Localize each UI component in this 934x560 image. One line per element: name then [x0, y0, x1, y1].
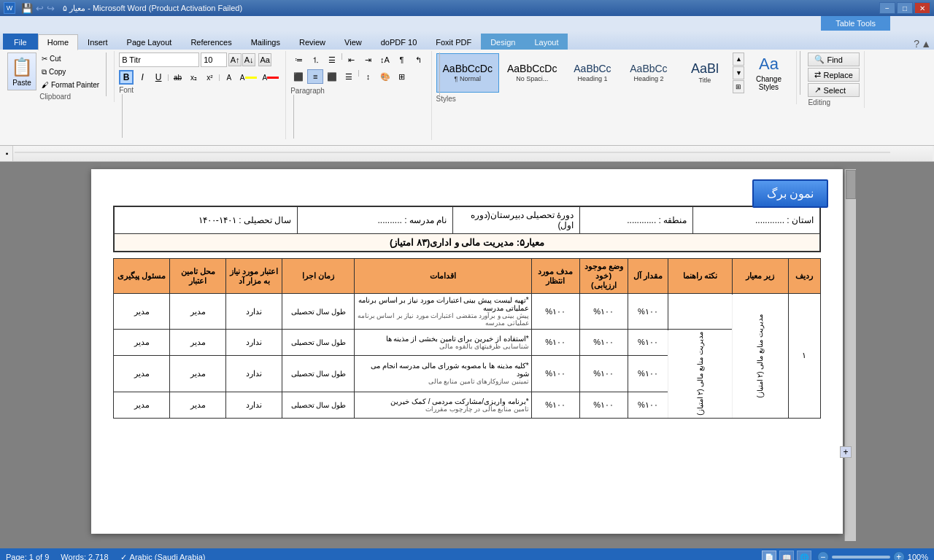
ribbon-help[interactable]: ? — [914, 38, 919, 50]
tab-foxit[interactable]: Foxit PDF — [426, 34, 481, 50]
format-painter-button[interactable]: 🖌 Format Painter — [38, 79, 103, 91]
ribbon-collapse[interactable]: ▲ — [921, 38, 931, 50]
style-heading1[interactable]: AaBbCc Heading 1 — [565, 53, 620, 93]
cell-authority-2: ندارد — [226, 330, 282, 356]
header-table: استان : ............ منطقه : ...........… — [113, 206, 821, 252]
col-row-num: ردیف — [788, 259, 820, 294]
change-styles-button[interactable]: Aa Change Styles — [745, 53, 792, 93]
subscript-button[interactable]: x₂ — [186, 70, 201, 85]
strikethrough-button[interactable]: ab — [170, 70, 185, 85]
col-expected-goal: مدف مورد انتظار — [531, 259, 579, 294]
style-normal[interactable]: AaBbCcDc ¶ Normal — [436, 53, 499, 93]
highlight-button[interactable]: A — [238, 70, 259, 85]
font-name-input[interactable] — [119, 52, 199, 67]
line-spacing-button[interactable]: ↕ — [360, 69, 377, 84]
ruler-scale — [13, 146, 933, 161]
justify-button[interactable]: ☰ — [341, 69, 357, 84]
tab-references[interactable]: References — [181, 34, 241, 50]
font-top-row: A↑ A↓ Aа — [119, 52, 281, 67]
font-label: Font — [119, 85, 134, 94]
font-shrink-button[interactable]: A↓ — [242, 53, 255, 66]
header-school-name: نام مدرسه : .......... — [298, 206, 453, 234]
paste-button[interactable]: 📋 Paste — [7, 52, 36, 90]
quick-redo[interactable]: ↪ — [47, 3, 55, 14]
increase-indent-button[interactable]: ⇥ — [360, 52, 377, 67]
document-scroll[interactable]: نمون برگ استان : ............ منطقه : ..… — [0, 162, 934, 548]
minimize-button[interactable]: − — [879, 2, 895, 14]
scrollbar-thumb[interactable] — [846, 170, 856, 199]
styles-expand[interactable]: ⊞ — [733, 80, 744, 93]
document-area: نمون برگ استان : ............ منطقه : ..… — [0, 162, 934, 548]
multilevel-button[interactable]: ☰ — [324, 52, 340, 67]
cell-expected-2: %۱۰۰ — [531, 330, 579, 356]
align-center-button[interactable]: ≡ — [307, 69, 323, 84]
zoom-slider[interactable] — [832, 556, 890, 559]
web-layout-button[interactable]: 🌐 — [797, 551, 811, 560]
status-right: 📄 📖 🌐 − + 100% — [762, 551, 928, 560]
tab-page-layout[interactable]: Page Layout — [117, 34, 182, 50]
tab-design[interactable]: Design — [481, 34, 525, 50]
quick-save[interactable]: 💾 — [21, 3, 33, 14]
print-view-button[interactable]: 📄 — [762, 551, 776, 560]
paintbrush-icon: 🖌 — [42, 81, 49, 89]
rtl-button[interactable]: ↰ — [411, 52, 427, 67]
bullets-button[interactable]: ≔ — [290, 52, 306, 67]
tab-view[interactable]: View — [335, 34, 371, 50]
font-color-button[interactable]: A — [260, 70, 282, 85]
close-button[interactable]: ✕ — [914, 2, 930, 14]
cut-button[interactable]: ✂ Cut — [38, 52, 103, 65]
style-heading2[interactable]: AaBbCc Heading 2 — [621, 53, 676, 93]
col-current-status: وضع موجود (خود ارزیابی) — [579, 259, 628, 294]
table-add-button[interactable]: + — [840, 446, 852, 458]
numbering-button[interactable]: ⒈ — [307, 52, 323, 67]
styles-scroll-up[interactable]: ▲ — [733, 52, 744, 66]
styles-scroll-down[interactable]: ▼ — [733, 66, 744, 79]
align-left-button[interactable]: ⬛ — [290, 69, 306, 84]
show-hide-button[interactable]: ¶ — [394, 52, 410, 67]
font-group: A↑ A↓ Aа B I U | ab x₂ x² | A A A — [115, 51, 286, 139]
ruler: ▪ — [0, 146, 934, 162]
font-grow-button[interactable]: A↑ — [228, 53, 242, 66]
bold-button[interactable]: B — [119, 70, 134, 85]
sort-button[interactable]: ↕A — [377, 52, 393, 67]
tab-file[interactable]: File — [3, 34, 38, 50]
borders-button[interactable]: ⊞ — [394, 69, 410, 84]
shading-button[interactable]: 🎨 — [377, 69, 393, 84]
language-indicator[interactable]: ✓ Arabic (Saudi Arabia) — [120, 553, 206, 561]
copy-button[interactable]: ⧉ Copy — [38, 66, 103, 78]
find-button[interactable]: 🔍 Find — [808, 52, 859, 66]
tab-mailings[interactable]: Mailings — [242, 34, 290, 50]
tab-layout[interactable]: Layout — [525, 34, 568, 50]
underline-button[interactable]: U — [151, 70, 166, 85]
zoom-in-button[interactable]: + — [893, 551, 905, 560]
style-no-spacing[interactable]: AaBbCcDc No Spaci... — [501, 53, 563, 93]
style-heading2-label: Heading 2 — [633, 75, 663, 82]
font-size-buttons: A↑ A↓ — [228, 53, 255, 66]
align-right-button[interactable]: ⬛ — [324, 69, 340, 84]
tab-review[interactable]: Review — [290, 34, 335, 50]
tab-home[interactable]: Home — [38, 34, 78, 50]
col-sub-criterion: زیر معیار — [732, 259, 788, 294]
style-heading1-sample: AaBbCc — [574, 63, 611, 74]
namun-button[interactable]: نمون برگ — [752, 179, 828, 208]
text-effects-button[interactable]: A — [222, 70, 236, 85]
maximize-button[interactable]: □ — [897, 2, 913, 14]
select-button[interactable]: ↗ Select — [808, 83, 859, 97]
zoom-out-button[interactable]: − — [817, 551, 829, 560]
replace-button[interactable]: ⇄ Replace — [808, 68, 859, 82]
cell-responsible-3: مدیر — [114, 355, 170, 392]
full-reading-button[interactable]: 📖 — [779, 551, 794, 560]
superscript-button[interactable]: x² — [202, 70, 217, 85]
font-size-input[interactable] — [201, 52, 227, 67]
decrease-indent-button[interactable]: ⇤ — [344, 52, 360, 67]
styles-group: AaBbCcDc ¶ Normal AaBbCcDc No Spaci... A… — [432, 51, 798, 104]
quick-undo[interactable]: ↩ — [36, 3, 44, 14]
tab-insert[interactable]: Insert — [78, 34, 117, 50]
vertical-scrollbar[interactable] — [844, 169, 856, 541]
italic-button[interactable]: I — [135, 70, 150, 85]
style-title[interactable]: AaBl Title — [677, 53, 732, 93]
tab-dopdf[interactable]: doPDF 10 — [371, 34, 427, 50]
cell-max-1: %۱۰۰ — [628, 294, 668, 330]
clipboard-label: Clipboard — [39, 91, 71, 101]
font-dialog-button[interactable]: Aа — [258, 53, 271, 66]
